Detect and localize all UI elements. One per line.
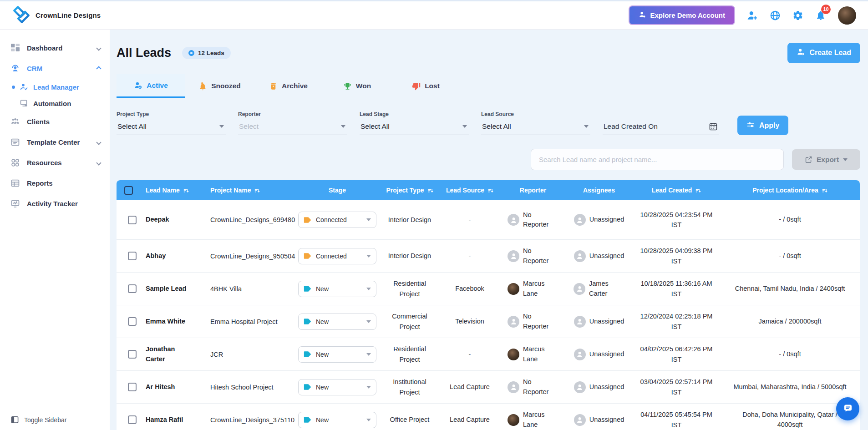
- project-type: Interior Design: [388, 215, 431, 225]
- sidebar-item-crm[interactable]: CRM: [0, 58, 110, 79]
- gear-icon[interactable]: [792, 10, 803, 21]
- lead-name[interactable]: Jonathan Carter: [146, 344, 189, 364]
- row-checkbox[interactable]: [128, 284, 137, 293]
- stage-value: New: [316, 318, 329, 325]
- reporter-select[interactable]: Select: [238, 121, 347, 135]
- lead-name[interactable]: Ar Hitesh: [146, 382, 175, 392]
- sidebar-item-clients[interactable]: Clients: [0, 111, 110, 132]
- sort-icon[interactable]: [254, 187, 260, 193]
- tab-active[interactable]: Active: [117, 74, 185, 98]
- chevron-down-icon: [96, 160, 101, 165]
- stage-value: Connected: [316, 216, 347, 223]
- lead-name[interactable]: Deepak: [146, 215, 169, 225]
- column-label: Lead Name: [146, 187, 180, 194]
- sort-icon[interactable]: [695, 187, 701, 193]
- tab-archive[interactable]: Archive: [254, 74, 323, 98]
- project-location: Doha, Doha Municipality, Qatar / 4000sqf…: [733, 410, 848, 430]
- column-header-lead-source[interactable]: Lead Source: [439, 187, 501, 194]
- row-checkbox[interactable]: [128, 350, 137, 359]
- lead-name[interactable]: Emma White: [146, 317, 185, 327]
- explore-demo-button[interactable]: Explore Demo Account: [629, 5, 735, 25]
- sidebar-item-reports[interactable]: Reports: [0, 173, 110, 193]
- lead-created-on-field[interactable]: Lead Created On: [603, 121, 719, 135]
- row-checkbox[interactable]: [128, 252, 137, 260]
- row-checkbox[interactable]: [128, 415, 137, 424]
- row-checkbox[interactable]: [128, 317, 137, 326]
- tab-lost[interactable]: Lost: [391, 74, 460, 98]
- tab-won[interactable]: Won: [323, 74, 391, 98]
- brand[interactable]: CrownLine Designs: [12, 5, 101, 26]
- template-center-icon: [11, 138, 20, 147]
- export-button[interactable]: Export: [792, 149, 860, 170]
- sidebar-item-lead-manager[interactable]: Lead Manager: [0, 79, 110, 95]
- table-row[interactable]: Deepak CrownLine_Designs_699480 Connecte…: [117, 200, 860, 239]
- stage-select[interactable]: New: [298, 346, 376, 363]
- stage-value: New: [316, 384, 329, 391]
- tab-snoozed[interactable]: Snoozed: [185, 74, 254, 98]
- table-row[interactable]: Abhay CrownLine_Designs_950504 Connected…: [117, 239, 860, 272]
- sort-icon[interactable]: [487, 187, 493, 193]
- chat-icon: [843, 403, 853, 415]
- search-input[interactable]: [531, 149, 784, 170]
- notifications-bell-icon[interactable]: 10: [815, 10, 826, 21]
- stage-select[interactable]: Connected: [298, 248, 376, 264]
- stage-select[interactable]: New: [298, 314, 376, 330]
- sidebar-item-dashboard[interactable]: Dashboard: [0, 38, 110, 58]
- lead-name[interactable]: Sample Lead: [146, 284, 186, 294]
- stage-tag-icon: [304, 384, 312, 390]
- caret-down-icon: [366, 386, 371, 389]
- assignee-avatar: [574, 214, 586, 226]
- project-name: CrownLine_Designs_950504: [210, 253, 295, 260]
- sidebar-item-activity-tracker[interactable]: Activity Tracker: [0, 193, 110, 214]
- lead-name[interactable]: Hamza Rafil: [146, 415, 183, 425]
- user-avatar[interactable]: [838, 6, 856, 25]
- table-row[interactable]: Sample Lead 4BHK Villa New Residential P…: [117, 272, 860, 305]
- tab-label: Archive: [282, 82, 308, 90]
- apply-filters-button[interactable]: Apply: [737, 116, 788, 135]
- lead-source-select[interactable]: Select All: [481, 121, 590, 135]
- sort-icon[interactable]: [822, 187, 827, 193]
- sidebar-item-label: Lead Manager: [33, 83, 79, 91]
- project-type-select[interactable]: Select All: [117, 121, 226, 135]
- add-user-icon[interactable]: [747, 10, 758, 21]
- resources-icon: [11, 158, 20, 167]
- toggle-sidebar-button[interactable]: Toggle Sidebar: [11, 416, 66, 424]
- select-all-checkbox[interactable]: [124, 186, 133, 195]
- column-header-assignees[interactable]: Assignees: [565, 187, 633, 194]
- lead-name[interactable]: Abhay: [146, 251, 166, 261]
- column-header-reporter[interactable]: Reporter: [501, 187, 565, 194]
- sort-icon[interactable]: [183, 187, 189, 193]
- lead-source: -: [469, 215, 471, 225]
- stage-select[interactable]: New: [298, 412, 376, 428]
- column-header-lead-created[interactable]: Lead Created: [633, 187, 720, 194]
- chevron-up-icon: [96, 66, 101, 71]
- create-lead-button[interactable]: Create Lead: [787, 43, 860, 63]
- column-header-project-name[interactable]: Project Name: [205, 187, 294, 194]
- reporter-name: Marcus Lane: [523, 344, 558, 364]
- row-checkbox[interactable]: [128, 383, 137, 391]
- apply-label: Apply: [759, 121, 779, 130]
- row-checkbox[interactable]: [128, 216, 137, 224]
- table-row[interactable]: Emma White Emma Hospital Project New Com…: [117, 305, 860, 338]
- table-row[interactable]: Jonathan Carter JCR New Residential Proj…: [117, 338, 860, 370]
- stage-select[interactable]: New: [298, 379, 376, 395]
- project-location: - / 0sqft: [779, 349, 801, 359]
- chat-widget-button[interactable]: [836, 397, 859, 420]
- column-header-project-type[interactable]: Project Type: [381, 187, 439, 194]
- lead-stage-select[interactable]: Select All: [360, 121, 469, 135]
- selected-value: Select All: [117, 122, 147, 131]
- column-header-lead-name[interactable]: Lead Name: [140, 187, 205, 194]
- sort-icon[interactable]: [427, 187, 433, 193]
- column-header-stage[interactable]: Stage: [294, 187, 381, 194]
- filter-label: Project Type: [117, 111, 226, 117]
- sidebar-item-resources[interactable]: Resources: [0, 152, 110, 173]
- sidebar-item-automation[interactable]: Automation: [0, 95, 110, 111]
- column-label: Assignees: [583, 187, 615, 194]
- table-row[interactable]: Hamza Rafil CrownLine_Designs_375110 New…: [117, 403, 860, 430]
- column-header-project-location[interactable]: Project Location/Area: [720, 187, 860, 194]
- stage-select[interactable]: New: [298, 281, 376, 297]
- stage-select[interactable]: Connected: [298, 212, 376, 228]
- table-row[interactable]: Ar Hitesh Hitesh School Project New Inst…: [117, 370, 860, 403]
- globe-icon[interactable]: [770, 10, 781, 21]
- sidebar-item-template-center[interactable]: Template Center: [0, 132, 110, 152]
